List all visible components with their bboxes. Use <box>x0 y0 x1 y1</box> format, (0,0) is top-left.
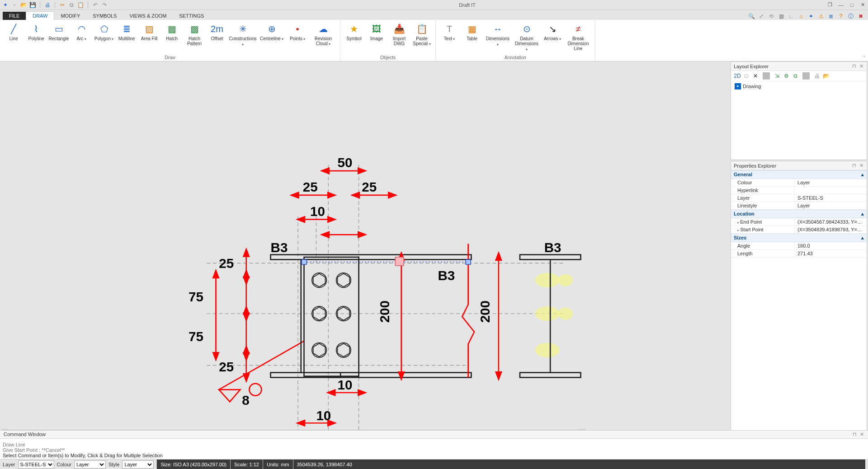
zoom-window-icon[interactable]: 🔍 <box>748 13 755 20</box>
import-dwg-tool[interactable]: 📥ImportDWG <box>388 22 410 54</box>
prop-row[interactable]: ColourLayer <box>731 179 867 187</box>
undo-icon[interactable]: ↶ <box>92 1 99 9</box>
cut-icon[interactable]: ✂ <box>59 1 66 9</box>
tab-modify[interactable]: MODIFY <box>54 12 86 20</box>
pin-icon[interactable]: ⊓ <box>851 163 857 169</box>
layout-export-icon[interactable]: ⇲ <box>774 72 781 80</box>
close-icon[interactable]: ✕ <box>859 63 864 69</box>
rectangle-tool[interactable]: ▭Rectangle <box>48 22 70 54</box>
maximize-icon[interactable]: □ <box>848 1 855 9</box>
pin-icon[interactable]: ⊓ <box>851 63 857 69</box>
canvas-area[interactable]: 50 25 25 10 25 75 75 25 8 <box>0 61 730 450</box>
zoom-prev-icon[interactable]: ⟲ <box>768 13 775 20</box>
layout-settings-icon[interactable]: ⚙ <box>783 72 790 80</box>
grip-start-icon[interactable] <box>302 259 307 264</box>
arc-tool[interactable]: ◠Arc <box>71 22 92 54</box>
polygon-tool[interactable]: ⬠Polygon <box>93 22 115 54</box>
layout-print-icon[interactable]: 🖨 <box>813 72 821 80</box>
layout-open-folder-icon[interactable]: 📂 <box>822 72 830 80</box>
offset-tool[interactable]: 2mOffset <box>206 22 228 54</box>
line-tool[interactable]: ╱Line <box>3 22 24 54</box>
ribbon-tabs: FILEDRAWMODIFYSYMBOLSVIEWS & ZOOMSETTING… <box>0 10 868 20</box>
help-icon[interactable]: ? <box>837 13 844 20</box>
style-select[interactable]: Layer <box>122 460 154 469</box>
image-tool[interactable]: 🖼Image <box>366 22 387 54</box>
status-size: Size: ISO A3 (420.00x297.00) <box>156 460 230 469</box>
paste-special-tool[interactable]: 📋PasteSpecial <box>411 22 433 54</box>
grip-mid-icon[interactable] <box>395 257 404 266</box>
dim-200-left: 200 <box>377 300 392 323</box>
hatch-tool[interactable]: ▩Hatch <box>161 22 183 54</box>
tab-file[interactable]: FILE <box>3 12 26 20</box>
grip-end-icon[interactable] <box>466 259 471 264</box>
copy-icon[interactable]: ⧉ <box>68 1 75 9</box>
tab-symbols[interactable]: SYMBOLS <box>86 12 123 20</box>
info-icon[interactable]: ✦ <box>807 13 815 20</box>
close-app-icon[interactable]: ✖ <box>857 13 864 20</box>
layout-explorer-panel: Layout Explorer ⊓✕ 2D□✕⇲⚙⧉🖨📂 ✦ Drawing <box>731 61 867 160</box>
panel-title: Properties Explorer <box>734 163 851 169</box>
redo-icon[interactable]: ↷ <box>101 1 108 9</box>
prop-row[interactable]: LinestyleLayer <box>731 202 867 210</box>
app-logo-icon[interactable]: ✦ <box>2 1 9 9</box>
paste-icon[interactable]: 📋 <box>77 1 84 9</box>
break-dim-line-tool[interactable]: ≠BreakDimension Line <box>564 22 592 54</box>
layout-delete-icon[interactable]: ✕ <box>752 72 759 80</box>
dimensions-tool[interactable]: ↔Dimensions <box>484 22 512 54</box>
prop-row[interactable]: Length271.43 <box>731 250 867 258</box>
table-tool[interactable]: ▦Table <box>461 22 483 54</box>
print-icon[interactable]: 🖨 <box>44 1 51 9</box>
pin-icon[interactable]: ⊓ <box>852 431 857 437</box>
prop-section-sizes[interactable]: Sizes▴ <box>731 234 867 242</box>
home-icon[interactable]: ⌂ <box>797 13 805 20</box>
layout-add-icon[interactable]: □ <box>743 72 750 80</box>
dim-10-mid: 10 <box>337 377 352 392</box>
about-icon[interactable]: ⓘ <box>847 13 854 20</box>
symbol-tool[interactable]: ★Symbol <box>343 22 365 54</box>
points-tool[interactable]: ▪Points <box>287 22 308 54</box>
text-tool[interactable]: TText <box>439 22 460 54</box>
ribbon-collapse-icon[interactable]: ˄ <box>863 55 865 60</box>
prop-section-location[interactable]: Location▴ <box>731 210 867 218</box>
prop-row[interactable]: Angle180.0 <box>731 242 867 250</box>
layer-select[interactable]: S-STEEL-S <box>18 460 54 469</box>
prop-section-general[interactable]: General▴ <box>731 170 867 179</box>
constructions-tool[interactable]: ✳Constructions <box>229 22 257 54</box>
polyline-tool[interactable]: ⌇Polyline <box>25 22 47 54</box>
hatch-pattern-tool[interactable]: ▩HatchPattern <box>184 22 205 54</box>
restore-down-icon[interactable]: ❐ <box>826 1 834 9</box>
workspace: 50 25 25 10 25 75 75 25 8 <box>0 61 868 450</box>
tree-item-drawing[interactable]: ✦ Drawing <box>731 81 867 91</box>
ortho-icon[interactable]: ∟ <box>788 13 795 20</box>
tab-views-zoom[interactable]: VIEWS & ZOOM <box>123 12 173 20</box>
command-lines[interactable]: Draw LineGive Start Point : **Cancel**Se… <box>0 439 868 459</box>
save-icon[interactable]: 💾 <box>29 1 36 9</box>
datum-dimensions-tool[interactable]: ⊙DatumDimensions <box>513 22 541 54</box>
zoom-extents-icon[interactable]: ⤢ <box>758 13 765 20</box>
dim-200-right: 200 <box>477 300 492 323</box>
revision-cloud-tool[interactable]: ☁RevisionCloud <box>309 22 337 54</box>
prop-row[interactable]: Start Point(X=3504839.41898793, Y=139822… <box>731 226 867 234</box>
new-icon[interactable]: ▫ <box>11 1 18 9</box>
prop-row[interactable]: End Point(X=3504567.98424333, Y=1398220.… <box>731 218 867 226</box>
layout-duplicate-icon[interactable]: ⧉ <box>792 72 799 80</box>
open-icon[interactable]: 📂 <box>20 1 27 9</box>
centreline-tool[interactable]: ⊕Centreline <box>258 22 286 54</box>
multiline-tool[interactable]: ≣Multiline <box>116 22 137 54</box>
grid-icon[interactable]: ▦ <box>778 13 785 20</box>
arrows-tool[interactable]: ↘Arrows <box>542 22 563 54</box>
close-icon[interactable]: ✕ <box>859 431 864 437</box>
tab-draw[interactable]: DRAW <box>26 11 54 20</box>
layers-icon[interactable]: ≣ <box>827 13 835 20</box>
warning-icon[interactable]: ⚠ <box>817 13 825 20</box>
close-icon[interactable]: ✕ <box>859 163 864 169</box>
area-fill-tool[interactable]: ▨Area Fill <box>138 22 160 54</box>
prop-row[interactable]: LayerS-STEEL-S <box>731 194 867 202</box>
drawing-canvas[interactable]: 50 25 25 10 25 75 75 25 8 <box>0 61 730 469</box>
prop-row[interactable]: Hyperlink <box>731 187 867 194</box>
close-icon[interactable]: ✕ <box>859 1 866 9</box>
minimize-icon[interactable]: — <box>837 1 844 9</box>
layout-2d-icon[interactable]: 2D <box>734 72 741 80</box>
tab-settings[interactable]: SETTINGS <box>173 12 210 20</box>
colour-select[interactable]: Layer <box>74 460 106 469</box>
